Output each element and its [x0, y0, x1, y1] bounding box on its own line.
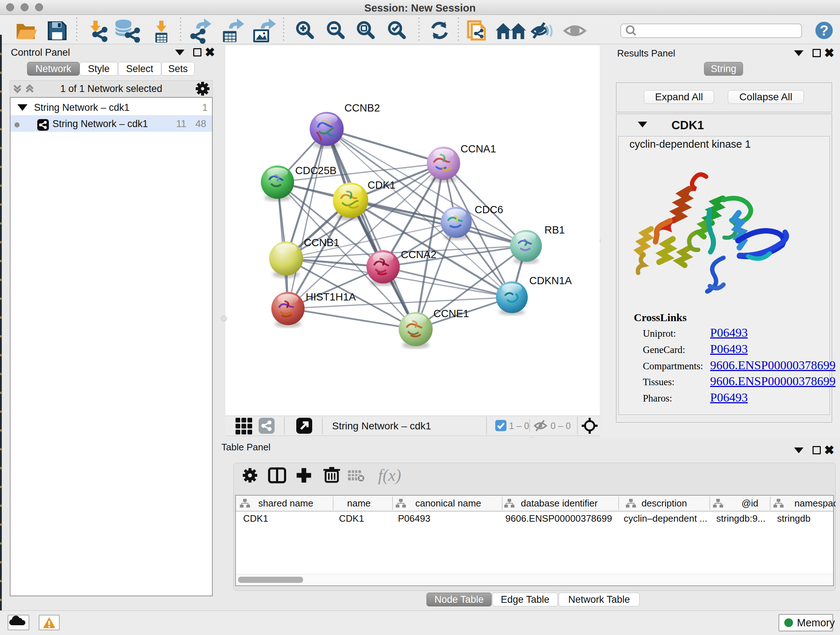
- svg-text:description: description: [641, 498, 687, 509]
- svg-text:name: name: [347, 498, 370, 509]
- svg-text:shared name: shared name: [258, 498, 313, 509]
- svg-text:P06493: P06493: [398, 513, 431, 524]
- svg-text:f(x): f(x): [378, 466, 401, 485]
- svg-text:HIST1H1A: HIST1H1A: [306, 291, 356, 302]
- svg-text:1 – 0: 1 – 0: [509, 421, 529, 431]
- svg-text:CDK1: CDK1: [243, 513, 268, 524]
- svg-text:CCNB1: CCNB1: [304, 237, 339, 249]
- svg-text:?: ?: [820, 22, 829, 38]
- svg-text:stringdb: stringdb: [777, 513, 811, 524]
- svg-text:9606.ENSP00000378699: 9606.ENSP00000378699: [505, 513, 612, 524]
- svg-text:@id: @id: [742, 498, 759, 509]
- svg-text:CCNB2: CCNB2: [344, 102, 380, 114]
- svg-text:String Network – cdk1: String Network – cdk1: [332, 420, 431, 432]
- svg-text:CCNE1: CCNE1: [433, 308, 469, 319]
- svg-text:0 – 0: 0 – 0: [551, 421, 571, 431]
- svg-text:CCNA1: CCNA1: [461, 143, 496, 155]
- svg-text:database identifier: database identifier: [521, 498, 598, 509]
- svg-text:Memory: Memory: [797, 617, 835, 629]
- svg-text:CDK1: CDK1: [339, 513, 364, 524]
- svg-text:CDKN1A: CDKN1A: [529, 275, 572, 287]
- svg-text:cyclin–dependent ...: cyclin–dependent ...: [624, 513, 707, 524]
- svg-text:canonical name: canonical name: [415, 498, 481, 509]
- svg-text:CDK1: CDK1: [368, 179, 395, 191]
- svg-text:CCNA2: CCNA2: [401, 249, 436, 260]
- svg-text:CDC6: CDC6: [475, 204, 503, 215]
- svg-text:CDC25B: CDC25B: [295, 165, 336, 176]
- svg-text:stringdb:9...: stringdb:9...: [716, 513, 766, 524]
- svg-text:namespace: namespace: [794, 498, 836, 509]
- svg-text:RB1: RB1: [545, 224, 565, 236]
